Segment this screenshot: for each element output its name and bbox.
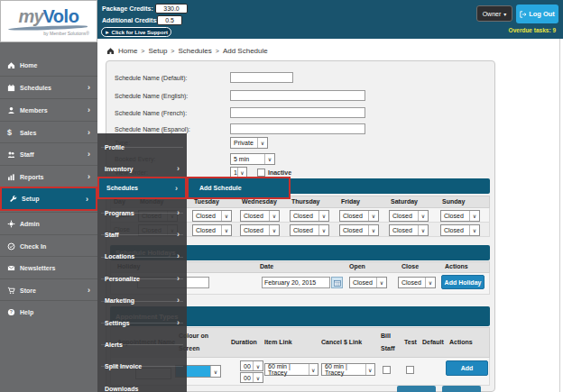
name-espanol-input[interactable] — [230, 123, 365, 134]
sidebar-item-store[interactable]: Store — [0, 278, 97, 301]
select-value: 60 min | Tracey — [268, 363, 309, 376]
name-default-input[interactable] — [230, 72, 293, 83]
sidebar-item-help[interactable]: ? Help — [0, 300, 97, 323]
dropdown-arrow-icon — [418, 225, 428, 235]
select-value: Closed — [343, 213, 363, 219]
logout-button[interactable]: Log Out — [516, 5, 558, 23]
chevron-right-icon — [88, 172, 90, 181]
sidebar-item-home[interactable]: Home — [0, 54, 97, 77]
add-appointment-button[interactable]: Add — [446, 360, 488, 376]
divider — [101, 323, 183, 324]
sidebar-item-staff[interactable]: Staff — [0, 142, 97, 165]
breadcrumb-separator: > — [216, 48, 219, 54]
flyout-item-locations[interactable]: Locations — [97, 245, 187, 267]
dropdown-arrow-icon — [418, 211, 428, 221]
additional-credits-label: Additional Credits: — [102, 17, 159, 23]
chevron-right-icon — [88, 128, 90, 137]
open-sunday-select[interactable]: Closed — [440, 210, 480, 222]
col-actions: Actions — [449, 339, 473, 345]
sidebar-item-newsletters[interactable]: Newsletters — [0, 256, 97, 278]
flyout-submenu-add-schedule[interactable]: Add Schedule — [187, 177, 291, 199]
divider — [101, 147, 183, 148]
close-thursday-select[interactable]: Closed — [290, 224, 329, 236]
duration-hour-select[interactable]: 00 — [240, 360, 263, 371]
flyout-item-downloads[interactable]: Downloads — [97, 378, 187, 392]
sidebar-item-admin[interactable]: Admin — [0, 212, 97, 234]
name-english-input[interactable] — [230, 90, 365, 101]
setup-flyout-menu: Profile Inventory Schedules Programs Sta… — [97, 133, 187, 392]
close-tuesday-select[interactable]: Closed — [192, 224, 232, 236]
close-friday-select[interactable]: Closed — [339, 224, 379, 236]
logo-tagline: by Member Solutions® — [43, 31, 89, 36]
member-icon — [7, 106, 20, 114]
save-button-partial[interactable] — [397, 386, 436, 392]
live-support-button[interactable]: ► Click for Live Support — [101, 27, 171, 37]
calendar-picker-button[interactable] — [331, 277, 343, 288]
sidebar-item-label: Admin — [20, 221, 40, 227]
sidebar-item-label: Check In — [20, 243, 46, 250]
holiday-open-select[interactable]: Closed — [349, 277, 387, 288]
holiday-date-input[interactable]: February 20, 2015 — [262, 277, 330, 288]
open-friday-select[interactable]: Closed — [339, 210, 379, 222]
overdue-tasks-badge: Overdue tasks: 9 — [509, 27, 556, 33]
inactive-label: Inactive — [268, 169, 291, 176]
sidebar-item-setup[interactable]: Setup — [0, 187, 97, 211]
sidebar-item-schedules[interactable]: Schedules — [0, 76, 97, 98]
sidebar-item-label: Home — [20, 62, 37, 68]
item-link-select[interactable]: 60 min | Tracey — [264, 363, 318, 376]
dollar-icon: $ — [7, 128, 20, 137]
breadcrumb-schedules[interactable]: Schedules — [178, 47, 211, 55]
sidebar-item-label: Members — [20, 107, 48, 114]
sidebar-item-label: Staff — [20, 151, 34, 158]
additional-credits-value[interactable]: 0.5 — [157, 15, 182, 25]
package-credits-label: Package Credits: — [102, 5, 153, 12]
name-french-input[interactable] — [230, 107, 365, 118]
check-circle-icon — [7, 242, 20, 251]
select-value: Closed — [392, 227, 412, 233]
owner-label: Owner — [483, 11, 502, 17]
breadcrumb-setup[interactable]: Setup — [148, 47, 167, 55]
col-test: Test — [404, 339, 417, 345]
select-value: Closed — [293, 213, 313, 219]
sidebar-item-reports[interactable]: Reports — [0, 165, 97, 187]
chevron-right-icon — [177, 251, 180, 260]
col-item-link: Item Link — [264, 339, 292, 345]
add-holiday-button[interactable]: Add Holiday — [441, 275, 485, 289]
help-icon: ? — [7, 308, 20, 316]
sidebar-item-members[interactable]: Members — [0, 98, 97, 121]
bill-staff-checkbox[interactable] — [383, 366, 391, 374]
select-value: Closed — [196, 213, 216, 219]
open-saturday-select[interactable]: Closed — [389, 210, 429, 222]
flyout-item-label: Inventory — [105, 166, 134, 172]
col-duration: Duration — [231, 339, 257, 345]
booked-every-select[interactable]: 5 min — [230, 153, 275, 165]
test-checkbox[interactable] — [406, 366, 414, 374]
holiday-close-select[interactable]: Closed — [398, 277, 436, 288]
breadcrumb-separator: > — [171, 48, 174, 54]
sidebar-item-label: Setup — [22, 196, 39, 202]
close-wednesday-select[interactable]: Closed — [240, 224, 280, 236]
package-credits-value[interactable]: 330.0 — [155, 4, 188, 14]
cancel-button-partial[interactable] — [442, 386, 481, 392]
flyout-item-marketing[interactable]: Marketing — [97, 289, 187, 311]
inactive-checkbox[interactable] — [257, 169, 265, 177]
select-value: Closed — [343, 227, 363, 233]
duration-minute-select[interactable]: 00 — [240, 372, 263, 383]
gear-icon — [7, 220, 20, 228]
owner-dropdown[interactable]: Owner — [476, 5, 512, 22]
cancel-link-select[interactable]: 60 min | Tracey — [321, 363, 375, 376]
close-saturday-select[interactable]: Closed — [389, 224, 429, 236]
flyout-item-schedules[interactable]: Schedules — [97, 177, 187, 199]
close-sunday-select[interactable]: Closed — [440, 224, 480, 236]
col-open: Open — [349, 263, 365, 269]
sidebar-item-sales[interactable]: $ Sales — [0, 121, 97, 143]
sidebar-item-checkin[interactable]: Check In — [0, 234, 97, 257]
type-select[interactable]: Private — [230, 137, 268, 149]
chevron-right-icon — [177, 296, 180, 305]
select-value: 00 — [244, 363, 251, 369]
open-wednesday-select[interactable]: Closed — [240, 210, 280, 222]
open-tuesday-select[interactable]: Closed — [192, 210, 232, 222]
breadcrumb-home[interactable]: Home — [118, 47, 137, 55]
dropdown-arrow-icon — [318, 225, 328, 235]
open-thursday-select[interactable]: Closed — [290, 210, 329, 222]
